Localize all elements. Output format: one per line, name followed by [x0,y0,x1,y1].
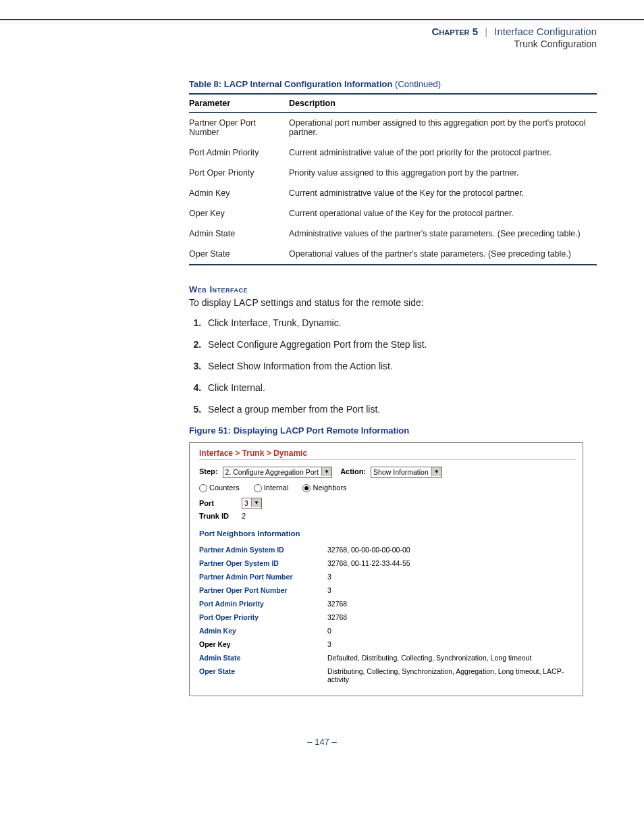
info-row: Oper StateDistributing, Collecting, Sync… [199,664,576,686]
port-row: Port 3▼ [199,498,576,509]
page-number: – 147 – [0,737,644,747]
action-label: Action: [340,467,366,475]
table-row: Partner Oper Port NumberOperational port… [189,113,597,143]
table-caption-main: Table 8: LACP Internal Configuration Inf… [189,79,392,89]
info-row: Admin StateDefaulted, Distributing, Coll… [199,651,576,664]
table-row: Port Admin PriorityCurrent administrativ… [189,142,597,163]
step-label: Step: [199,467,218,475]
col-header-parameter: Parameter [189,94,289,113]
web-interface-intro: To display LACP settings and status for … [189,297,597,308]
info-row: Port Oper Priority32768 [199,610,576,624]
info-row: Port Admin Priority32768 [199,597,576,610]
radio-counters-label: Counters [209,484,240,492]
step-item: Select Show Information from the Action … [204,361,597,371]
radio-group: Counters Internal Neighbors [199,484,576,492]
screenshot-panel: Interface > Trunk > Dynamic Step: 2. Con… [189,442,583,696]
col-header-description: Description [289,94,597,113]
control-row: Step: 2. Configure Aggregation Port▼ Act… [199,467,576,478]
action-select[interactable]: Show Information▼ [371,467,442,478]
info-row: Partner Oper System ID32768, 00-11-22-33… [199,556,576,570]
header-subtitle: Trunk Configuration [0,38,597,49]
parameter-table: Parameter Description Partner Oper Port … [189,93,597,265]
table-caption-continued: (Continued) [395,79,441,89]
radio-neighbors[interactable] [302,484,311,492]
info-row: Partner Admin System ID32768, 00-00-00-0… [199,543,576,556]
table-row: Admin StateAdministrative values of the … [189,224,597,244]
info-row: Admin Key0 [199,624,576,637]
chevron-down-icon: ▼ [431,467,441,476]
neighbors-info-table: Partner Admin System ID32768, 00-00-00-0… [199,543,576,686]
port-select-value: 3 [244,499,248,507]
step-item: Select a group member from the Port list… [204,404,597,415]
radio-internal-label: Internal [264,484,289,492]
chevron-down-icon: ▼ [251,498,261,507]
header-title: Interface Configuration [494,26,597,37]
page-header: Chapter 5 | Interface Configuration Trun… [0,20,644,52]
figure-caption: Figure 51: Displaying LACP Port Remote I… [189,425,597,436]
steps-list: Click Interface, Trunk, Dynamic. Select … [189,317,597,415]
trunk-id-label: Trunk ID [199,512,240,520]
trunk-row: Trunk ID 2 [199,512,576,520]
chevron-down-icon: ▼ [321,467,331,476]
radio-internal[interactable] [254,484,262,492]
port-label: Port [199,499,240,507]
neighbors-section-title: Port Neighbors Information [199,529,576,538]
info-row: Oper Key3 [199,637,576,651]
trunk-id-value: 2 [242,512,246,520]
port-select[interactable]: 3▼ [242,498,262,509]
table-row: Admin KeyCurrent administrative value of… [189,183,597,203]
action-select-value: Show Information [373,468,429,476]
info-row: Partner Oper Port Number3 [199,583,576,597]
step-item: Click Interface, Trunk, Dynamic. [204,317,597,328]
header-separator: | [481,26,491,37]
table-row: Oper StateOperational values of the part… [189,244,597,265]
radio-counters[interactable] [199,484,207,492]
table-row: Oper KeyCurrent operational value of the… [189,203,597,224]
radio-neighbors-label: Neighbors [313,484,346,492]
step-select[interactable]: 2. Configure Aggregation Port▼ [223,467,332,478]
step-item: Select Configure Aggregation Port from t… [204,339,597,350]
step-item: Click Internal. [204,382,597,393]
table-row: Port Oper PriorityPriority value assigne… [189,163,597,183]
step-select-value: 2. Configure Aggregation Port [225,468,319,476]
table-caption: Table 8: LACP Internal Configuration Inf… [189,79,597,89]
web-interface-heading: Web Interface [189,284,597,294]
chapter-label: Chapter 5 [431,26,478,37]
info-row: Partner Admin Port Number3 [199,570,576,583]
breadcrumb: Interface > Trunk > Dynamic [199,448,576,460]
